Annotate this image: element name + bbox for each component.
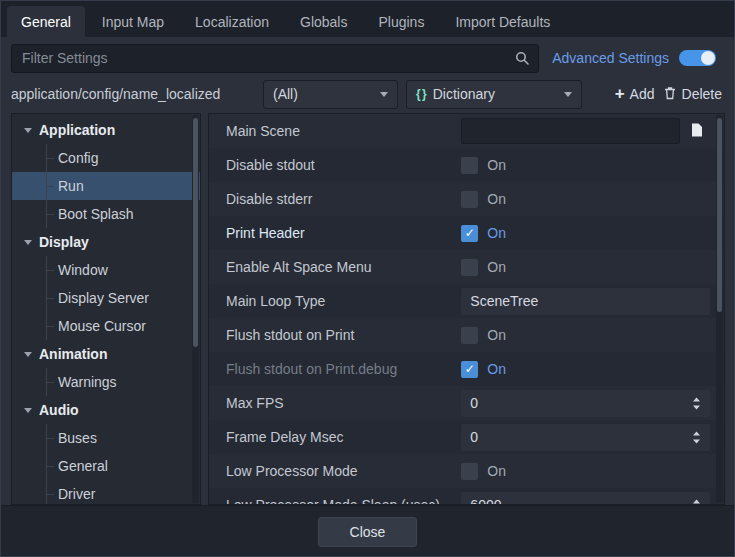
setting-label: Max FPS [209, 395, 461, 411]
checkbox[interactable] [461, 361, 478, 378]
on-label[interactable]: On [487, 225, 506, 241]
setting-row-low-processor-mode: Low Processor ModeOn [209, 454, 724, 488]
tree-item-label: Display Server [58, 290, 149, 306]
setting-label: Main Scene [209, 123, 461, 139]
tree-item-config[interactable]: Config [12, 144, 200, 172]
delete-button-label: Delete [682, 86, 722, 102]
tab-import-defaults[interactable]: Import Defaults [441, 6, 564, 37]
checkbox[interactable] [461, 191, 478, 208]
search-icon [515, 51, 529, 65]
on-label[interactable]: On [487, 463, 506, 479]
tree-item-label: Window [58, 262, 108, 278]
text-field[interactable]: SceneTree [461, 288, 710, 315]
chevron-down-icon [564, 92, 572, 97]
footer: Close [1, 505, 734, 557]
load-file-button[interactable] [684, 118, 710, 144]
tree-item-mouse-cursor[interactable]: Mouse Cursor [12, 312, 200, 340]
chevron-expanded-icon[interactable] [24, 240, 32, 245]
checkbox[interactable] [461, 225, 478, 242]
on-label[interactable]: On [487, 327, 506, 343]
tree-item-label: Mouse Cursor [58, 318, 146, 334]
tree-item-boot-splash[interactable]: Boot Splash [12, 200, 200, 228]
setting-label: Disable stderr [209, 191, 461, 207]
chevron-expanded-icon[interactable] [24, 128, 32, 133]
setting-label: Low Processor Mode [209, 463, 461, 479]
property-bar: application/config/name_localized (All) … [1, 79, 734, 113]
tree-item-label: General [58, 458, 108, 474]
tab-plugins[interactable]: Plugins [364, 6, 438, 37]
on-label[interactable]: On [487, 361, 506, 377]
setting-value: On [461, 225, 724, 242]
checkbox[interactable] [461, 463, 478, 480]
tree-item-label: Boot Splash [58, 206, 134, 222]
filter-settings-input[interactable] [12, 50, 515, 66]
tree-item-animation[interactable]: Animation [12, 340, 200, 368]
number-field[interactable]: 0 [461, 390, 710, 417]
advanced-settings-toggle[interactable] [679, 50, 716, 66]
toggle-knob [701, 51, 715, 65]
tree-item-label: Application [39, 122, 115, 138]
spinner-updown-icon[interactable] [692, 397, 701, 410]
setting-row-flush-stdout-on-print: Flush stdout on PrintOn [209, 318, 724, 352]
setting-label: Disable stdout [209, 157, 461, 173]
number-value: 0 [470, 395, 478, 411]
type-dropdown[interactable]: { } Dictionary [406, 80, 582, 109]
checkbox[interactable] [461, 259, 478, 276]
tree-item-warnings[interactable]: Warnings [12, 368, 200, 396]
add-button-label: Add [630, 86, 655, 102]
checkbox[interactable] [461, 157, 478, 174]
settings-scrollbar-thumb[interactable] [717, 118, 722, 312]
settings-tree: ApplicationConfigRunBoot SplashDisplayWi… [12, 116, 200, 505]
on-label[interactable]: On [487, 259, 506, 275]
tree-scrollbar[interactable] [192, 115, 199, 503]
tree-item-display-server[interactable]: Display Server [12, 284, 200, 312]
tree-item-general[interactable]: General [12, 452, 200, 480]
tab-localization[interactable]: Localization [181, 6, 283, 37]
tab-input-map[interactable]: Input Map [88, 6, 178, 37]
tree-item-application[interactable]: Application [12, 116, 200, 144]
tree-item-display[interactable]: Display [12, 228, 200, 256]
tree-item-run[interactable]: Run [12, 172, 200, 200]
setting-value [461, 118, 724, 144]
setting-row-main-loop-type: Main Loop TypeSceneTree [209, 284, 724, 318]
setting-label: Print Header [209, 225, 461, 241]
setting-value: 0 [461, 424, 724, 451]
tree-item-label: Run [58, 178, 84, 194]
tree-item-label: Audio [39, 402, 79, 418]
spinner-updown-icon[interactable] [692, 431, 701, 444]
main-scene-input[interactable] [461, 118, 680, 144]
tree-item-audio[interactable]: Audio [12, 396, 200, 424]
advanced-settings-label: Advanced Settings [552, 50, 669, 66]
spinner-updown-icon[interactable] [692, 499, 701, 506]
setting-label: Flush stdout on Print [209, 327, 461, 343]
tab-general[interactable]: General [7, 6, 85, 37]
number-field[interactable]: 0 [461, 424, 710, 451]
tree-item-driver[interactable]: Driver [12, 480, 200, 505]
search-box [11, 44, 539, 73]
add-property-button[interactable]: + Add [615, 86, 655, 102]
setting-value: 6000 [461, 492, 724, 506]
on-label[interactable]: On [487, 157, 506, 173]
settings-scrollbar[interactable] [716, 115, 723, 503]
number-value: 0 [470, 429, 478, 445]
tab-globals[interactable]: Globals [286, 6, 361, 37]
tab-bar: GeneralInput MapLocalizationGlobalsPlugi… [1, 1, 734, 37]
checkbox[interactable] [461, 327, 478, 344]
dictionary-type-icon: { } [416, 87, 426, 101]
feature-filter-dropdown[interactable]: (All) [263, 80, 398, 109]
feature-filter-value: (All) [273, 86, 373, 102]
number-field[interactable]: 6000 [461, 492, 710, 506]
setting-label: Enable Alt Space Menu [209, 259, 461, 275]
on-label[interactable]: On [487, 191, 506, 207]
close-button[interactable]: Close [318, 517, 418, 547]
tree-item-label: Display [39, 234, 89, 250]
chevron-expanded-icon[interactable] [24, 352, 32, 357]
tree-scrollbar-thumb[interactable] [193, 118, 198, 347]
chevron-expanded-icon[interactable] [24, 408, 32, 413]
setting-row-flush-stdout-on-print-debug: Flush stdout on Print.debugOn [209, 352, 724, 386]
tree-item-buses[interactable]: Buses [12, 424, 200, 452]
delete-property-button[interactable]: Delete [663, 86, 722, 103]
number-value: 6000 [470, 497, 501, 505]
settings-panel: Main SceneDisable stdoutOnDisable stderr… [208, 113, 725, 505]
tree-item-window[interactable]: Window [12, 256, 200, 284]
